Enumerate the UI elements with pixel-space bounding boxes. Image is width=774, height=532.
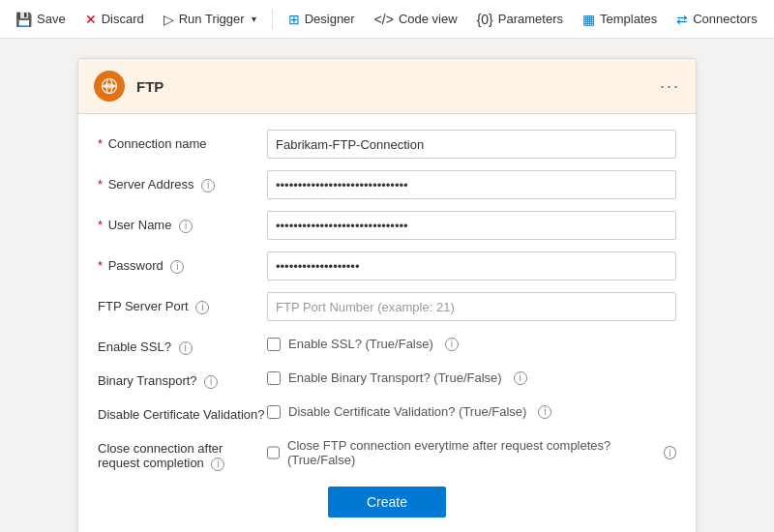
user-name-control xyxy=(267,211,676,240)
disable-cert-label: Disable Certificate Validation? xyxy=(98,400,267,422)
connection-name-input[interactable] xyxy=(267,130,676,159)
enable-ssl-row: Enable SSL? i Enable SSL? (True/False) i xyxy=(98,333,676,355)
binary-transport-label: Binary Transport? i xyxy=(98,367,267,389)
close-conn-checkbox-row: Close FTP connection everytime after req… xyxy=(267,434,676,471)
disable-cert-control: Disable Certificate Validation? (True/Fa… xyxy=(267,400,676,423)
disable-cert-checkbox-info-icon[interactable]: i xyxy=(538,405,551,419)
enable-ssl-control: Enable SSL? (True/False) i xyxy=(267,333,676,355)
disable-cert-checkbox-label: Disable Certificate Validation? (True/Fa… xyxy=(288,404,526,419)
ftp-card: FTP ··· * Connection name * Server Addre… xyxy=(77,58,697,532)
binary-transport-row: Binary Transport? i Enable Binary Transp… xyxy=(98,367,676,389)
save-button[interactable]: 💾 Save xyxy=(8,8,74,31)
connectors-button[interactable]: ⇄ Connectors xyxy=(669,8,764,31)
enable-ssl-checkbox-info-icon[interactable]: i xyxy=(445,338,459,351)
templates-label: Templates xyxy=(600,12,657,26)
discard-label: Discard xyxy=(102,12,144,26)
discard-button[interactable]: ✕ Discard xyxy=(77,8,152,31)
close-conn-control: Close FTP connection everytime after req… xyxy=(267,434,676,471)
binary-transport-checkbox-label: Enable Binary Transport? (True/False) xyxy=(288,370,502,385)
ftp-port-row: FTP Server Port i xyxy=(98,292,676,321)
save-label: Save xyxy=(37,12,66,26)
close-conn-checkbox-label: Close FTP connection everytime after req… xyxy=(287,438,652,467)
card-header: FTP ··· xyxy=(78,59,696,114)
card-body: * Connection name * Server Address i xyxy=(78,114,696,532)
disable-cert-checkbox-row: Disable Certificate Validation? (True/Fa… xyxy=(267,400,676,423)
password-control xyxy=(267,251,676,281)
password-row: * Password i xyxy=(98,251,676,281)
create-button[interactable]: Create xyxy=(328,487,446,517)
designer-label: Designer xyxy=(305,12,355,26)
run-trigger-label: Run Trigger xyxy=(179,12,245,26)
run-trigger-dropdown-arrow: ▾ xyxy=(252,14,256,24)
connection-name-control xyxy=(267,130,676,159)
close-conn-checkbox[interactable] xyxy=(267,446,280,459)
password-info-icon[interactable]: i xyxy=(170,260,184,274)
parameters-button[interactable]: {0} Parameters xyxy=(469,8,571,31)
user-name-input[interactable] xyxy=(267,211,676,240)
discard-icon: ✕ xyxy=(85,12,97,27)
code-view-button[interactable]: </> Code view xyxy=(367,8,465,31)
user-name-row: * User Name i xyxy=(98,211,676,240)
password-input[interactable] xyxy=(267,251,676,281)
designer-icon: ⊞ xyxy=(288,12,300,27)
ftp-port-info-icon[interactable]: i xyxy=(195,301,209,314)
ftp-port-control xyxy=(267,292,676,321)
connection-name-row: * Connection name xyxy=(98,130,676,159)
server-address-info-icon[interactable]: i xyxy=(201,179,215,192)
user-name-info-icon[interactable]: i xyxy=(179,220,193,233)
ftp-port-input[interactable] xyxy=(267,292,676,321)
server-address-label: * Server Address i xyxy=(98,170,267,192)
run-trigger-button[interactable]: ▷ Run Trigger ▾ xyxy=(156,8,264,31)
templates-icon: ▦ xyxy=(582,12,595,27)
disable-cert-row: Disable Certificate Validation? Disable … xyxy=(98,400,676,423)
close-conn-row: Close connection after request completio… xyxy=(98,434,676,471)
required-star-3: * xyxy=(98,218,103,232)
required-star-4: * xyxy=(98,258,103,273)
connection-name-label: * Connection name xyxy=(98,130,267,151)
ftp-port-label: FTP Server Port i xyxy=(98,292,267,314)
enable-ssl-checkbox-row: Enable SSL? (True/False) i xyxy=(267,333,676,355)
disable-cert-checkbox[interactable] xyxy=(267,405,281,419)
main-content: FTP ··· * Connection name * Server Addre… xyxy=(0,39,774,532)
enable-ssl-checkbox-label: Enable SSL? (True/False) xyxy=(288,337,433,351)
connectors-label: Connectors xyxy=(693,12,757,26)
run-icon: ▷ xyxy=(164,12,174,27)
parameters-icon: {0} xyxy=(477,12,493,27)
card-more-button[interactable]: ··· xyxy=(660,76,680,97)
binary-transport-checkbox-info-icon[interactable]: i xyxy=(514,371,527,385)
server-address-row: * Server Address i xyxy=(98,170,676,199)
designer-button[interactable]: ⊞ Designer xyxy=(281,8,363,31)
card-title: FTP xyxy=(136,78,660,95)
connectors-icon: ⇄ xyxy=(676,12,688,27)
enable-ssl-checkbox[interactable] xyxy=(267,338,281,351)
close-conn-label: Close connection after request completio… xyxy=(98,434,267,471)
user-name-label: * User Name i xyxy=(98,211,267,233)
parameters-label: Parameters xyxy=(498,12,563,26)
binary-transport-checkbox[interactable] xyxy=(267,371,281,385)
required-star-2: * xyxy=(98,177,103,192)
binary-transport-control: Enable Binary Transport? (True/False) i xyxy=(267,367,676,389)
close-conn-checkbox-info-icon[interactable]: i xyxy=(664,446,676,459)
code-view-label: Code view xyxy=(399,12,458,26)
enable-ssl-label: Enable SSL? i xyxy=(98,333,267,355)
required-star: * xyxy=(98,136,103,151)
templates-button[interactable]: ▦ Templates xyxy=(575,8,665,31)
save-icon: 💾 xyxy=(15,12,32,27)
server-address-input[interactable] xyxy=(267,170,676,199)
binary-transport-checkbox-row: Enable Binary Transport? (True/False) i xyxy=(267,367,676,389)
password-label: * Password i xyxy=(98,251,267,274)
toolbar-divider-1 xyxy=(272,10,273,29)
close-conn-info-icon[interactable]: i xyxy=(211,458,224,471)
ftp-icon xyxy=(94,71,125,102)
binary-transport-info-icon[interactable]: i xyxy=(204,375,218,389)
enable-ssl-info-icon[interactable]: i xyxy=(179,341,193,355)
code-icon: </> xyxy=(374,12,394,27)
server-address-control xyxy=(267,170,676,199)
toolbar: 💾 Save ✕ Discard ▷ Run Trigger ▾ ⊞ Desig… xyxy=(0,0,774,39)
